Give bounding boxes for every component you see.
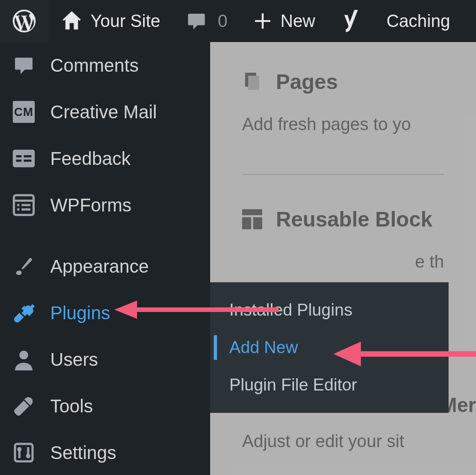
sidebar-item-label: Plugins xyxy=(50,303,110,323)
sidebar-item-label: WPForms xyxy=(50,195,132,216)
submenu-plugin-file-editor[interactable]: Plugin File Editor xyxy=(210,366,449,404)
yoast-icon xyxy=(341,10,361,32)
sidebar-item-label: Creative Mail xyxy=(50,102,157,122)
sidebar-item-comments[interactable]: Comments xyxy=(0,42,210,89)
caching-label: Caching xyxy=(386,11,450,31)
sidebar-item-label: Settings xyxy=(50,443,116,463)
new-content[interactable]: New xyxy=(240,0,328,42)
adminbar-comments[interactable]: 0 xyxy=(173,0,240,42)
caching-link[interactable]: Caching xyxy=(374,0,463,42)
sidebar-item-label: Tools xyxy=(50,396,93,417)
submenu-label: Plugin File Editor xyxy=(229,375,357,394)
sidebar-item-label: Users xyxy=(50,349,98,370)
sidebar-item-appearance[interactable]: Appearance xyxy=(0,243,210,290)
wordpress-icon xyxy=(13,10,36,32)
comments-count: 0 xyxy=(218,11,227,31)
admin-sidebar: Comments CM Creative Mail Feedback WPFor… xyxy=(0,42,210,475)
admin-bar: Your Site 0 New Caching xyxy=(0,0,476,42)
sidebar-item-tools[interactable]: Tools xyxy=(0,383,210,429)
sidebar-item-label: Feedback xyxy=(50,148,131,169)
creative-mail-icon: CM xyxy=(13,101,35,123)
svg-point-11 xyxy=(19,351,28,359)
plus-icon xyxy=(253,11,272,31)
new-label: New xyxy=(280,11,315,31)
comment-bubble-icon xyxy=(186,11,207,32)
svg-point-16 xyxy=(26,454,31,458)
svg-rect-10 xyxy=(21,208,30,211)
svg-rect-12 xyxy=(15,444,32,461)
svg-rect-0 xyxy=(13,150,35,167)
sidebar-item-users[interactable]: Users xyxy=(0,336,210,383)
home-icon xyxy=(61,11,82,32)
comment-icon xyxy=(13,54,35,76)
submenu-label: Add New xyxy=(229,338,298,357)
plugins-submenu: Installed Plugins Add New Plugin File Ed… xyxy=(210,282,449,413)
yoast-link[interactable] xyxy=(328,0,374,42)
sidebar-item-settings[interactable]: Settings xyxy=(0,429,210,475)
svg-rect-7 xyxy=(17,204,20,206)
svg-rect-1 xyxy=(16,155,21,158)
user-icon xyxy=(13,348,35,370)
submenu-installed-plugins[interactable]: Installed Plugins xyxy=(210,291,449,329)
sidebar-item-label: Appearance xyxy=(50,256,149,277)
wrench-icon xyxy=(13,395,35,417)
submenu-add-new[interactable]: Add New xyxy=(210,329,449,366)
submenu-label: Installed Plugins xyxy=(229,301,352,319)
brush-icon xyxy=(13,255,35,277)
site-link[interactable]: Your Site xyxy=(48,0,173,42)
wp-logo[interactable] xyxy=(0,0,48,42)
sidebar-item-wpforms[interactable]: WPForms xyxy=(0,182,210,228)
sidebar-item-plugins[interactable]: Plugins xyxy=(0,290,210,336)
plug-icon xyxy=(13,302,35,324)
svg-rect-2 xyxy=(16,159,21,162)
sidebar-item-feedback[interactable]: Feedback xyxy=(0,135,210,182)
wpforms-icon xyxy=(13,194,35,216)
sliders-icon xyxy=(13,442,35,464)
feedback-icon xyxy=(13,148,35,169)
sidebar-item-creative-mail[interactable]: CM Creative Mail xyxy=(0,89,210,135)
svg-point-14 xyxy=(17,447,22,452)
svg-rect-3 xyxy=(24,155,32,158)
svg-rect-4 xyxy=(24,159,32,162)
sidebar-item-label: Comments xyxy=(50,55,138,76)
svg-rect-9 xyxy=(17,208,20,211)
svg-rect-8 xyxy=(21,204,30,206)
site-name: Your Site xyxy=(90,11,160,31)
